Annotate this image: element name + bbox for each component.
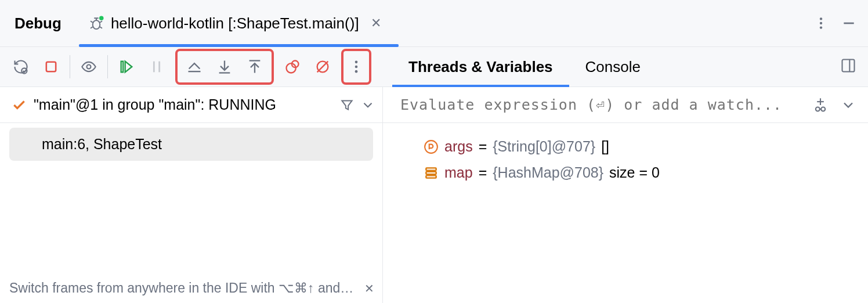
variable-row[interactable]: args = {String[0]@707} [] [400, 134, 851, 160]
variable-name: args [444, 138, 473, 155]
frame-item[interactable]: main:6, ShapeTest [9, 128, 373, 161]
resume-button[interactable] [111, 52, 142, 82]
divider [107, 55, 108, 78]
minimize-icon[interactable] [841, 16, 856, 31]
svg-rect-9 [121, 62, 124, 73]
evaluate-input[interactable] [400, 96, 812, 113]
step-over-button[interactable] [179, 52, 209, 82]
tab-threads-variables[interactable]: Threads & Variables [392, 47, 569, 86]
object-icon [424, 165, 439, 181]
more-actions-button[interactable] [343, 52, 369, 82]
bug-icon [88, 15, 105, 32]
param-icon [424, 139, 439, 154]
svg-point-0 [93, 20, 100, 29]
check-icon [12, 98, 27, 113]
show-execution-point-button[interactable] [74, 52, 104, 82]
svg-point-1 [99, 16, 104, 21]
svg-rect-24 [842, 60, 855, 72]
close-tab-icon[interactable]: ✕ [371, 16, 381, 31]
run-config-tab[interactable]: hello-world-kotlin [:ShapeTest.main()] ✕ [85, 0, 393, 46]
svg-point-8 [87, 65, 91, 69]
mute-breakpoints-button[interactable] [308, 52, 338, 82]
tab-console[interactable]: Console [569, 47, 657, 86]
svg-point-2 [820, 17, 822, 20]
svg-point-23 [355, 70, 358, 73]
svg-point-28 [816, 107, 820, 111]
svg-rect-33 [426, 171, 436, 174]
svg-rect-7 [46, 62, 56, 71]
chevron-down-icon[interactable] [360, 98, 375, 113]
svg-point-29 [821, 107, 825, 111]
thread-status: "main"@1 in group "main": RUNNING [34, 96, 334, 113]
frames-pane: "main"@1 in group "main": RUNNING main:6… [0, 87, 383, 303]
divider [70, 55, 70, 78]
view-breakpoints-button[interactable] [277, 52, 308, 82]
svg-rect-34 [426, 175, 436, 178]
more-vertical-icon[interactable] [813, 16, 829, 31]
layout-settings-button[interactable] [840, 57, 856, 76]
debug-tabs: Threads & Variables Console [392, 47, 657, 86]
svg-point-21 [355, 61, 358, 64]
variables-pane: args = {String[0]@707} [] map = {HashMap… [383, 87, 868, 303]
filter-icon[interactable] [339, 98, 355, 113]
pause-button [142, 52, 172, 82]
debug-title: Debug [15, 15, 62, 33]
variable-name: map [444, 164, 473, 181]
step-actions-highlight [175, 49, 274, 85]
svg-point-3 [820, 22, 822, 24]
variable-value: {String[0]@707} [493, 138, 595, 155]
rerun-button[interactable] [6, 52, 36, 82]
step-into-button[interactable] [209, 52, 240, 82]
thread-header[interactable]: "main"@1 in group "main": RUNNING [0, 87, 382, 123]
step-out-button[interactable] [240, 52, 270, 82]
debug-header: Debug hello-world-kotlin [:ShapeTest.mai… [0, 0, 868, 46]
evaluate-row [383, 87, 868, 123]
svg-rect-32 [426, 168, 436, 170]
add-watch-icon[interactable] [812, 97, 829, 113]
chevron-down-icon[interactable] [840, 97, 856, 113]
tip-close-icon[interactable]: ✕ [364, 282, 374, 295]
tip-bar: Switch frames from anywhere in the IDE w… [0, 275, 382, 303]
more-highlight [341, 49, 371, 85]
svg-point-31 [425, 140, 437, 153]
svg-point-4 [820, 26, 822, 28]
stop-button[interactable] [36, 52, 66, 82]
variable-row[interactable]: map = {HashMap@708} size = 0 [400, 160, 851, 186]
debug-toolbar: Threads & Variables Console [0, 46, 868, 87]
run-config-label: hello-world-kotlin [:ShapeTest.main()] [111, 15, 359, 33]
tip-text: Switch frames from anywhere in the IDE w… [9, 280, 353, 296]
svg-point-22 [355, 66, 358, 68]
svg-point-17 [287, 63, 296, 73]
variable-value: {HashMap@708} [493, 164, 603, 181]
